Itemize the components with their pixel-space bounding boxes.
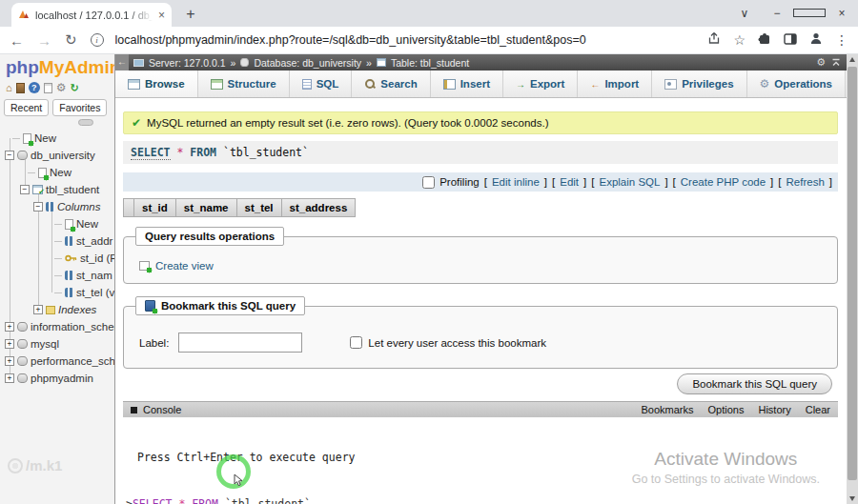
scroll-down-icon[interactable] — [847, 493, 858, 504]
tree-item-information-schema[interactable]: +information_schem — [0, 318, 114, 335]
tab-insert[interactable]: Insert — [431, 71, 503, 97]
console-history[interactable]: History — [758, 404, 790, 415]
console-menu: Bookmarks Options History Clear — [642, 404, 830, 415]
help-icon[interactable]: ? — [29, 82, 40, 93]
tab-operations[interactable]: ⚙Operations — [747, 71, 846, 97]
tree-controls — [0, 118, 114, 128]
profiling-checkbox[interactable] — [422, 176, 435, 189]
extensions-icon[interactable] — [758, 31, 771, 49]
page-scrollbar[interactable] — [847, 54, 858, 504]
tab-privileges[interactable]: Privileges — [652, 71, 746, 97]
expand-icon[interactable]: + — [5, 356, 14, 366]
chevron-down-icon[interactable]: ∨ — [728, 0, 761, 27]
explain-sql-link[interactable]: Explain SQL — [599, 176, 660, 188]
kebab-menu-icon[interactable]: ⋮ — [835, 32, 848, 48]
share-icon[interactable] — [707, 31, 721, 49]
insert-icon — [443, 79, 456, 90]
reload-icon[interactable]: ↻ — [65, 31, 77, 49]
minimize-button[interactable]: − — [761, 0, 793, 27]
tab-browse[interactable]: Browse — [115, 71, 198, 97]
tree-item-st-id[interactable]: st_id (P — [0, 250, 114, 267]
tree-item-tbl-student[interactable]: −tbl_student — [0, 181, 114, 198]
tree-item-db-university[interactable]: −db_university — [0, 147, 114, 164]
profiling-label: Profiling — [439, 176, 480, 188]
scrollbar-thumb[interactable] — [848, 67, 857, 480]
tab-close-icon[interactable]: × — [158, 9, 165, 22]
table-tabs: Browse Structure SQL Search Insert →Expo… — [115, 71, 847, 98]
tab-sql[interactable]: SQL — [290, 71, 353, 97]
tree-item-indexes[interactable]: +Indexes — [0, 301, 114, 318]
side-panel-icon[interactable] — [784, 31, 797, 49]
tree-item-phpmyadmin[interactable]: +phpmyadmin — [0, 370, 114, 387]
collapse-icon[interactable]: − — [5, 151, 14, 160]
maximize-button[interactable] — [793, 0, 826, 27]
bookmark-label-text: Label: — [139, 337, 169, 349]
bookmark-label-input[interactable] — [178, 333, 302, 353]
docs-icon[interactable] — [44, 83, 52, 93]
scroll-up-icon[interactable] — [847, 54, 858, 66]
new-tab-button[interactable]: + — [181, 6, 200, 23]
table-icon — [377, 58, 386, 67]
expand-icon[interactable]: + — [5, 322, 14, 332]
tree-item-new-database[interactable]: New — [0, 130, 114, 147]
tab-recent[interactable]: Recent — [4, 99, 49, 116]
console-options[interactable]: Options — [708, 404, 745, 415]
home-icon[interactable]: ⌂ — [6, 83, 12, 93]
tab-search[interactable]: Search — [352, 71, 430, 97]
console-history-line[interactable]: >SELECT * FROM `tbl_student` — [123, 494, 838, 504]
tree-item-new-column[interactable]: New — [0, 215, 114, 232]
refresh-icon[interactable]: ↻ — [70, 83, 78, 93]
breadcrumb-table[interactable]: Table: tbl_student — [391, 57, 469, 69]
create-view-link[interactable]: Create view — [139, 260, 827, 272]
tree-item-performance-schema[interactable]: +performance_sche — [0, 353, 114, 370]
close-button[interactable]: × — [826, 0, 858, 27]
refresh-link[interactable]: Refresh — [786, 176, 825, 188]
hide-panel-icon[interactable]: ← — [115, 54, 129, 71]
browser-tab[interactable]: localhost / 127.0.0.1 / db_univers × — [11, 3, 172, 27]
settings-gear-icon[interactable]: ⚙ — [56, 83, 67, 93]
expand-icon[interactable]: + — [5, 339, 14, 349]
tab-import[interactable]: ←Import — [578, 71, 652, 97]
column-header[interactable]: st_name — [176, 198, 237, 217]
column-header[interactable]: st_tel — [237, 198, 282, 217]
tree-item-st-tel[interactable]: st_tel (v — [0, 284, 114, 301]
sql-keyword[interactable]: SELECT — [131, 146, 171, 160]
forward-icon[interactable]: → — [37, 32, 51, 49]
column-header[interactable]: st_id — [134, 198, 176, 217]
sql-icon — [302, 79, 312, 90]
collapse-icon[interactable]: − — [33, 202, 43, 212]
bookmark-shared-checkbox[interactable] — [350, 336, 362, 349]
profile-icon[interactable] — [809, 31, 823, 49]
tree-item-columns[interactable]: −Columns — [0, 198, 114, 215]
console-clear[interactable]: Clear — [806, 404, 830, 415]
breadcrumb-database[interactable]: Database: db_university — [254, 57, 361, 69]
tree-item-new-table[interactable]: New — [0, 164, 114, 181]
bookmark-star-icon[interactable]: ☆ — [733, 32, 746, 48]
tree-item-mysql[interactable]: +mysql — [0, 335, 114, 353]
tab-structure[interactable]: Structure — [198, 71, 290, 97]
success-check-icon: ✔ — [132, 116, 141, 130]
create-php-code-link[interactable]: Create PHP code — [681, 176, 766, 188]
expand-icon[interactable]: + — [33, 305, 43, 314]
tab-export[interactable]: →Export — [503, 71, 578, 97]
click-indicator — [216, 454, 251, 489]
column-header[interactable]: st_address — [282, 198, 357, 217]
breadcrumb-server[interactable]: Server: 127.0.0.1 — [149, 57, 226, 69]
logout-icon[interactable] — [16, 83, 25, 93]
tab-favorites[interactable]: Favorites — [52, 99, 107, 116]
bookmark-submit-button[interactable]: Bookmark this SQL query — [677, 373, 832, 394]
expand-icon[interactable]: + — [5, 373, 14, 383]
address-bar[interactable]: localhost/phpmyadmin/index.php?route=/sq… — [115, 33, 695, 47]
console-bar[interactable]: Console Bookmarks Options History Clear — [123, 401, 838, 417]
collapse-icon[interactable]: − — [20, 185, 30, 194]
site-info-icon[interactable]: i — [91, 33, 104, 47]
console-bookmarks[interactable]: Bookmarks — [642, 404, 694, 415]
page-settings-gear-icon[interactable]: ⚙ — [816, 56, 826, 69]
tree-item-st-name[interactable]: st_nam — [0, 267, 114, 284]
collapse-console-icon[interactable] — [831, 57, 841, 69]
back-icon[interactable]: ← — [10, 32, 24, 49]
tree-item-st-address[interactable]: st_addr — [0, 232, 114, 250]
edit-link[interactable]: Edit — [560, 176, 579, 188]
edit-inline-link[interactable]: Edit inline — [492, 176, 540, 188]
tree-resize-handle-icon[interactable] — [78, 119, 93, 126]
